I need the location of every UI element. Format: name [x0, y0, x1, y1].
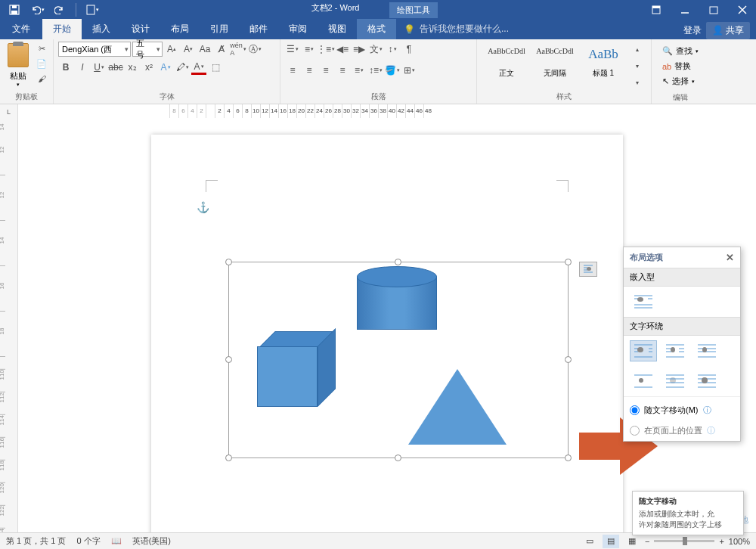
numbering-icon[interactable]: ≡ — [302, 42, 317, 57]
tab-home[interactable]: 开始 — [42, 19, 82, 39]
resize-handle[interactable] — [225, 259, 232, 265]
zoom-level[interactable]: 100% — [729, 537, 750, 546]
clear-format-icon[interactable]: A̸ — [214, 42, 229, 57]
copy-icon[interactable]: 📄 — [35, 57, 48, 70]
wrap-through[interactable] — [693, 340, 720, 361]
align-center-icon[interactable]: ≡ — [302, 63, 317, 78]
fix-on-page-radio[interactable]: 在页面上的位置ⓘ — [624, 420, 740, 441]
increase-indent-icon[interactable]: ≡▶ — [352, 42, 367, 57]
line-spacing-icon[interactable]: ↕≡ — [368, 63, 383, 78]
subscript-icon[interactable]: x₂ — [125, 60, 140, 75]
read-mode-icon[interactable]: ▭ — [581, 535, 598, 548]
decrease-indent-icon[interactable]: ◀≡ — [335, 42, 350, 57]
asian-layout-icon[interactable]: 文 — [368, 42, 383, 57]
tab-mailings[interactable]: 邮件 — [239, 19, 278, 39]
redo-icon[interactable] — [50, 1, 70, 19]
font-size-select[interactable]: 五号 — [132, 42, 163, 57]
select-button[interactable]: ↖选择▾ — [659, 75, 702, 88]
char-border-icon[interactable]: ⬚ — [208, 60, 223, 75]
tab-file[interactable]: 文件 — [0, 19, 42, 39]
minimize-icon[interactable] — [671, 1, 699, 19]
multilevel-icon[interactable]: ⋮≡ — [318, 42, 333, 57]
tab-insert[interactable]: 插入 — [82, 19, 121, 39]
align-left-icon[interactable]: ≡ — [285, 63, 300, 78]
horizontal-ruler[interactable]: 8642246810121416182022242628303234363840… — [18, 104, 756, 119]
wrap-square[interactable] — [630, 340, 657, 361]
word-count[interactable]: 0 个字 — [76, 535, 100, 547]
grow-font-icon[interactable]: A▴ — [164, 42, 179, 57]
info-icon[interactable]: ⓘ — [707, 425, 715, 436]
styles-up-icon[interactable]: ▴ — [630, 42, 645, 57]
maximize-icon[interactable] — [700, 1, 727, 19]
change-case-icon[interactable]: Aa — [197, 42, 212, 57]
tab-layout[interactable]: 布局 — [160, 19, 200, 39]
new-doc-icon[interactable]: ▾ — [82, 1, 102, 19]
replace-button[interactable]: ab替换 — [659, 60, 702, 73]
wrap-behind[interactable] — [662, 371, 689, 392]
format-painter-icon[interactable]: 🖌 — [35, 72, 48, 85]
tab-design[interactable]: 设计 — [121, 19, 160, 39]
highlight-icon[interactable]: 🖍 — [175, 60, 190, 75]
wrap-inline[interactable] — [630, 291, 657, 312]
resize-handle[interactable] — [395, 259, 401, 265]
enclose-char-icon[interactable]: Ⓐ — [247, 42, 262, 57]
wrap-tight[interactable] — [662, 340, 689, 361]
wrap-topbottom[interactable] — [630, 371, 657, 392]
text-effect-icon[interactable]: A — [158, 60, 173, 75]
tab-references[interactable]: 引用 — [200, 19, 239, 39]
cylinder-shape[interactable] — [357, 266, 437, 337]
styles-more-icon[interactable]: ▾ — [630, 75, 645, 90]
triangle-shape[interactable] — [408, 369, 507, 445]
shrink-font-icon[interactable]: A▾ — [181, 42, 196, 57]
shading-icon[interactable]: 🪣 — [385, 63, 400, 78]
print-layout-icon[interactable]: ▤ — [603, 535, 619, 548]
resize-handle[interactable] — [565, 356, 572, 363]
tell-me-search[interactable]: 💡告诉我您想要做什么... — [396, 19, 683, 39]
zoom-out-icon[interactable]: − — [645, 537, 649, 546]
strike-icon[interactable]: abc — [108, 60, 123, 75]
tab-view[interactable]: 视图 — [318, 19, 357, 39]
zoom-slider[interactable] — [654, 540, 714, 542]
italic-icon[interactable]: I — [75, 60, 90, 75]
ribbon-options-icon[interactable] — [643, 1, 670, 19]
cube-shape[interactable] — [257, 331, 333, 407]
bullets-icon[interactable]: ☰ — [285, 42, 300, 57]
login-link[interactable]: 登录 — [683, 24, 702, 37]
distributed-icon[interactable]: ≡ — [352, 63, 367, 78]
resize-handle[interactable] — [225, 454, 232, 461]
bold-icon[interactable]: B — [58, 60, 73, 75]
cut-icon[interactable]: ✂ — [35, 42, 48, 55]
info-icon[interactable]: ⓘ — [703, 405, 711, 416]
undo-icon[interactable]: ▾ — [27, 1, 47, 19]
resize-handle[interactable] — [565, 259, 572, 265]
move-with-text-radio[interactable]: 随文字移动(M)ⓘ — [624, 400, 740, 420]
style-nospacing[interactable]: AaBbCcDdl 无间隔 — [531, 43, 578, 82]
resize-handle[interactable] — [565, 454, 572, 461]
close-icon[interactable] — [729, 1, 756, 19]
share-button[interactable]: 👤 共享 — [706, 22, 750, 39]
font-name-select[interactable]: DengXian (西 — [58, 42, 131, 57]
font-color-icon[interactable]: A — [191, 60, 206, 75]
style-heading1[interactable]: AaBb 标题 1 — [580, 43, 627, 82]
spell-check-icon[interactable]: 📖 — [111, 536, 122, 546]
layout-options-button[interactable] — [579, 262, 597, 277]
close-icon[interactable]: ✕ — [726, 252, 734, 263]
wrap-front[interactable] — [693, 371, 720, 392]
sort-icon[interactable]: ↕ — [385, 42, 400, 57]
styles-down-icon[interactable]: ▾ — [630, 58, 645, 73]
borders-icon[interactable]: ⊞ — [401, 63, 417, 78]
style-normal[interactable]: AaBbCcDdl 正文 — [483, 43, 530, 82]
zoom-in-icon[interactable]: + — [719, 537, 723, 546]
tab-format[interactable]: 格式 — [357, 19, 396, 39]
resize-handle[interactable] — [225, 356, 232, 363]
save-icon[interactable] — [5, 1, 24, 19]
phonetic-icon[interactable]: wénA — [231, 42, 246, 57]
justify-icon[interactable]: ≡ — [335, 63, 350, 78]
tab-review[interactable]: 审阅 — [278, 19, 318, 39]
page-count[interactable]: 第 1 页，共 1 页 — [6, 535, 66, 547]
web-layout-icon[interactable]: ▦ — [624, 535, 640, 548]
find-button[interactable]: 🔍查找▾ — [659, 45, 702, 57]
align-right-icon[interactable]: ≡ — [318, 63, 333, 78]
tab-selector[interactable]: L — [0, 104, 18, 119]
underline-icon[interactable]: U — [91, 60, 107, 75]
